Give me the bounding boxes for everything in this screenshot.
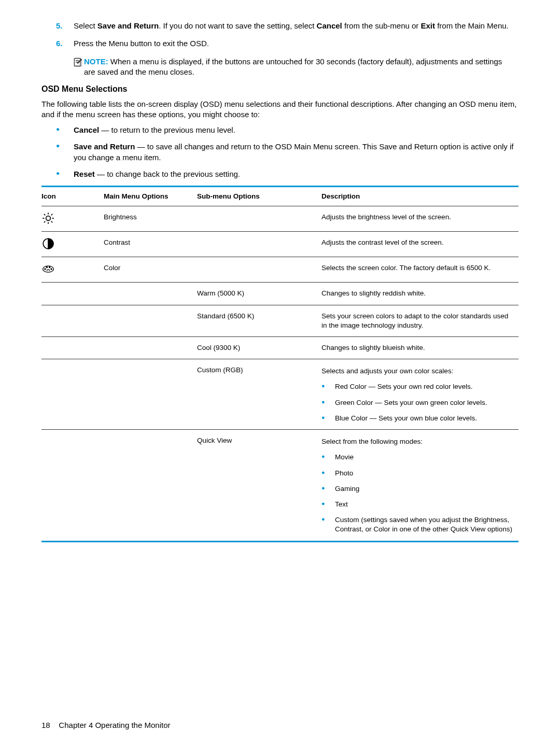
table-row: Color Selects the screen color. The fact… bbox=[41, 257, 519, 283]
cell-sub: Custom (RGB) bbox=[197, 359, 321, 430]
step-number: 5. bbox=[56, 21, 74, 31]
desc-lead: Selects and adjusts your own color scale… bbox=[321, 367, 515, 376]
list-item: Text bbox=[321, 500, 515, 509]
cell-icon bbox=[41, 206, 104, 232]
table-row: Custom (RGB) Selects and adjusts your ow… bbox=[41, 359, 519, 430]
text: from the Main Menu. bbox=[435, 21, 509, 30]
list-item: Green Color — Sets your own green color … bbox=[321, 398, 515, 407]
color-icon bbox=[41, 262, 101, 276]
table-row: Contrast Adjusts the contrast level of t… bbox=[41, 232, 519, 257]
th-sub: Sub-menu Options bbox=[197, 187, 321, 206]
cell-desc: Adjusts the brightness level of the scre… bbox=[321, 206, 519, 232]
list-item: Movie bbox=[321, 453, 515, 462]
intro-paragraph: The following table lists the on-screen … bbox=[41, 99, 519, 120]
list-item: Cancel — to return to the previous menu … bbox=[56, 125, 519, 135]
svg-point-14 bbox=[45, 269, 46, 270]
cell-desc: Changes to slightly reddish white. bbox=[321, 283, 519, 305]
step-body: Select Save and Return. If you do not wa… bbox=[74, 21, 519, 31]
step-number: 6. bbox=[56, 38, 74, 49]
page-number: 18 bbox=[41, 721, 50, 729]
cell-main: Brightness bbox=[104, 206, 197, 232]
text: from the sub-menu or bbox=[342, 21, 421, 30]
svg-point-16 bbox=[49, 267, 50, 268]
cell-desc: Selects and adjusts your own color scale… bbox=[321, 359, 519, 430]
step-5: 5. Select Save and Return. If you do not… bbox=[56, 21, 519, 31]
table-header-row: Icon Main Menu Options Sub-menu Options … bbox=[41, 187, 519, 206]
list-item: Save and Return — to save all changes an… bbox=[56, 142, 519, 163]
brightness-icon bbox=[41, 212, 101, 225]
chapter-title: Chapter 4 Operating the Monitor bbox=[59, 721, 170, 729]
section-heading: OSD Menu Selections bbox=[41, 83, 519, 95]
step-6: 6. Press the Menu button to exit the OSD… bbox=[56, 38, 519, 49]
th-main: Main Menu Options bbox=[104, 187, 197, 206]
table-row: Quick View Select from the following mod… bbox=[41, 430, 519, 542]
bold: Cancel bbox=[74, 125, 99, 134]
cell-sub: Warm (5000 K) bbox=[197, 283, 321, 305]
bold: Save and Return bbox=[74, 142, 135, 151]
bold: Reset bbox=[74, 170, 95, 178]
table-row: Brightness Adjusts the brightness level … bbox=[41, 206, 519, 232]
svg-point-3 bbox=[46, 216, 51, 221]
cell-sub: Standard (6500 K) bbox=[197, 305, 321, 336]
svg-line-9 bbox=[51, 221, 52, 222]
option-list: Cancel — to return to the previous menu … bbox=[56, 125, 519, 179]
cell-desc: Sets your screen colors to adapt to the … bbox=[321, 305, 519, 336]
table-row: Cool (9300 K) Changes to slightly blueis… bbox=[41, 336, 519, 359]
svg-point-17 bbox=[51, 269, 52, 270]
note-text: When a menu is displayed, if the buttons… bbox=[84, 57, 502, 76]
step-body: Press the Menu button to exit the OSD. bbox=[74, 38, 519, 49]
cell-main: Color bbox=[104, 257, 197, 283]
list-item: Custom (settings saved when you adjust t… bbox=[321, 515, 515, 534]
cell-icon bbox=[41, 232, 104, 257]
cell-sub: Cool (9300 K) bbox=[197, 336, 321, 359]
list-item: Reset — to change back to the previous s… bbox=[56, 169, 519, 179]
th-icon: Icon bbox=[41, 187, 104, 206]
svg-line-8 bbox=[44, 214, 45, 215]
text: . If you do not want to save the setting… bbox=[159, 21, 316, 30]
cell-main: Contrast bbox=[104, 232, 197, 257]
cell-desc: Changes to slightly blueish white. bbox=[321, 336, 519, 359]
cell-sub bbox=[197, 206, 321, 232]
cell-desc: Adjusts the contrast level of the screen… bbox=[321, 232, 519, 257]
bold: Exit bbox=[421, 21, 436, 30]
note-body: NOTE: When a menu is displayed, if the b… bbox=[84, 57, 519, 78]
note-icon bbox=[73, 57, 83, 70]
note-label: NOTE: bbox=[84, 57, 108, 66]
cell-sub bbox=[197, 257, 321, 283]
contrast-icon bbox=[41, 237, 101, 250]
cell-desc: Select from the following modes: Movie P… bbox=[321, 430, 519, 542]
cell-sub bbox=[197, 232, 321, 257]
bold: Save and Return bbox=[97, 21, 159, 30]
th-desc: Description bbox=[321, 187, 519, 206]
list-item: Gaming bbox=[321, 484, 515, 494]
cell-icon bbox=[41, 257, 104, 283]
table-row: Standard (6500 K) Sets your screen color… bbox=[41, 305, 519, 336]
cell-desc: Selects the screen color. The factory de… bbox=[321, 257, 519, 283]
text: — to return to the previous menu level. bbox=[99, 125, 235, 134]
svg-line-10 bbox=[44, 221, 45, 222]
svg-point-15 bbox=[46, 267, 47, 268]
page-footer: 18 Chapter 4 Operating the Monitor bbox=[41, 720, 170, 730]
list-item: Photo bbox=[321, 469, 515, 478]
text: — to change back to the previous setting… bbox=[95, 170, 240, 178]
text: — to save all changes and return to the … bbox=[74, 142, 513, 161]
bold: Cancel bbox=[317, 21, 342, 30]
svg-line-11 bbox=[51, 214, 52, 215]
note-box: NOTE: When a menu is displayed, if the b… bbox=[73, 57, 519, 78]
desc-lead: Select from the following modes: bbox=[321, 437, 515, 446]
text: Select bbox=[74, 21, 97, 30]
cell-sub: Quick View bbox=[197, 430, 321, 542]
table-row: Warm (5000 K) Changes to slightly reddis… bbox=[41, 283, 519, 305]
list-item: Blue Color — Sets your own blue color le… bbox=[321, 414, 515, 423]
list-item: Red Color — Sets your own red color leve… bbox=[321, 382, 515, 391]
osd-table: Icon Main Menu Options Sub-menu Options … bbox=[41, 186, 519, 542]
